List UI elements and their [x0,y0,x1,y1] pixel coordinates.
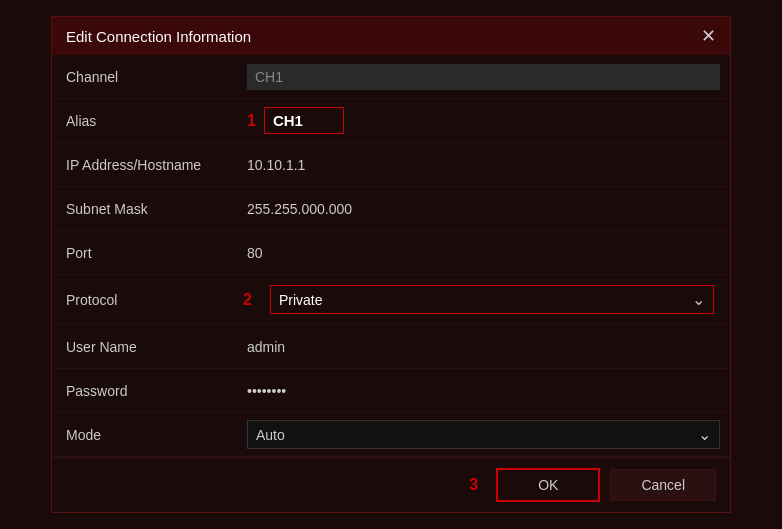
port-value[interactable]: 80 [237,239,730,267]
mode-value: Auto [256,427,698,443]
dialog-footer: 3 OK Cancel [52,457,730,512]
protocol-dropdown[interactable]: Private ⌄ [270,285,714,314]
password-row: Password •••••••• [52,369,730,413]
username-row: User Name admin [52,325,730,369]
alias-label: Alias [52,105,237,137]
subnet-mask-value[interactable]: 255.255.000.000 [237,195,730,223]
subnet-mask-row: Subnet Mask 255.255.000.000 [52,187,730,231]
alias-row: Alias 1 CH1 [52,99,730,143]
channel-row: Channel [52,55,730,99]
step1-label: 1 [247,112,256,130]
mode-dropdown-arrow: ⌄ [698,425,711,444]
dialog-header: Edit Connection Information ✕ [52,17,730,55]
protocol-label: Protocol [52,284,237,316]
protocol-dropdown-arrow: ⌄ [692,290,705,309]
mode-label: Mode [52,419,237,451]
username-value[interactable]: admin [237,333,730,361]
alias-field[interactable]: CH1 [264,107,344,134]
dialog-title: Edit Connection Information [66,28,251,45]
mode-dropdown[interactable]: Auto ⌄ [247,420,720,449]
subnet-mask-label: Subnet Mask [52,193,237,225]
username-label: User Name [52,331,237,363]
alias-wrapper: 1 CH1 [237,101,730,140]
password-label: Password [52,375,237,407]
mode-row: Mode Auto ⌄ [52,413,730,457]
password-value[interactable]: •••••••• [237,377,730,405]
protocol-row: Protocol 2 Private ⌄ [52,275,730,325]
step3-label: 3 [469,476,478,494]
channel-input-wrapper [237,58,730,96]
dialog-body: Channel Alias 1 CH1 IP Address/Hostname … [52,55,730,457]
cancel-button[interactable]: Cancel [610,469,716,501]
edit-connection-dialog: Edit Connection Information ✕ Channel Al… [51,16,731,513]
channel-input[interactable] [247,64,720,90]
protocol-value: Private [279,292,692,308]
ok-button[interactable]: OK [496,468,600,502]
step2-label: 2 [243,291,252,309]
channel-label: Channel [52,61,237,93]
close-button[interactable]: ✕ [701,27,716,45]
ip-address-label: IP Address/Hostname [52,149,237,181]
ip-address-row: IP Address/Hostname 10.10.1.1 [52,143,730,187]
port-label: Port [52,237,237,269]
ip-address-value[interactable]: 10.10.1.1 [237,151,730,179]
port-row: Port 80 [52,231,730,275]
